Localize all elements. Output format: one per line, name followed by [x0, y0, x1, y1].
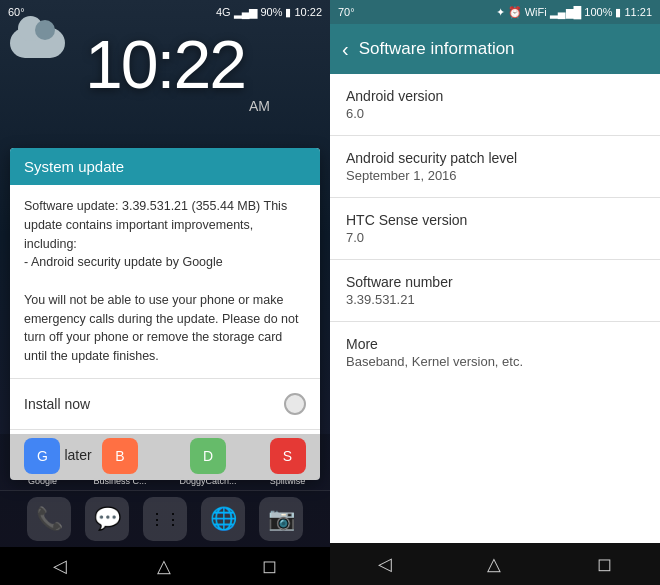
location-icon: ✦: [496, 6, 505, 19]
home-button-right[interactable]: △: [487, 553, 501, 575]
more-label: More: [346, 336, 644, 352]
title-bar-right: ‹ Software information: [330, 24, 660, 74]
back-button-right[interactable]: ◁: [378, 553, 392, 575]
doggy-label: DoggyCatch...: [179, 476, 236, 486]
android-version-value: 6.0: [346, 106, 644, 121]
time-right: 11:21: [624, 6, 652, 18]
shortcut-business[interactable]: B Business C...: [93, 438, 146, 486]
alarm-icon: ⏰: [508, 6, 522, 19]
right-panel: 70° ✦ ⏰ WiFi ▂▄▆█ 100% ▮ 11:21 ‹ Softwar…: [330, 0, 660, 585]
status-left: 60°: [8, 6, 25, 18]
software-info-content: Android version 6.0 Android security pat…: [330, 74, 660, 543]
security-patch-value: September 1, 2016: [346, 168, 644, 183]
dock-apps[interactable]: ⋮⋮: [143, 497, 187, 541]
dock-camera[interactable]: 📷: [259, 497, 303, 541]
htc-sense-value: 7.0: [346, 230, 644, 245]
dock-row: 📞 💬 ⋮⋮ 🌐 📷: [0, 490, 330, 547]
software-number-value: 3.39.531.21: [346, 292, 644, 307]
recents-button-right[interactable]: ◻: [597, 553, 612, 575]
time-left: 10:22: [294, 6, 322, 18]
shortcut-splitwise[interactable]: S Splitwise: [270, 438, 306, 486]
nav-bar-right: ◁ △ ◻: [330, 543, 660, 585]
google-label: Google: [24, 476, 60, 486]
system-update-dialog: System update Software update: 3.39.531.…: [10, 148, 320, 480]
dock-chrome[interactable]: 🌐: [201, 497, 245, 541]
apps-icon: ⋮⋮: [149, 510, 181, 529]
google-icon: G: [24, 438, 60, 474]
battery-right: 100%: [584, 6, 612, 18]
install-now-label: Install now: [24, 396, 90, 412]
status-icons-right: ✦ ⏰ WiFi ▂▄▆█ 100% ▮ 11:21: [496, 6, 652, 19]
wifi-icon: WiFi: [525, 6, 547, 18]
dialog-body-text: Software update: 3.39.531.21 (355.44 MB)…: [24, 199, 298, 363]
page-title: Software information: [359, 39, 515, 59]
android-version-label: Android version: [346, 88, 644, 104]
home-button-left[interactable]: △: [157, 555, 171, 577]
security-patch-section: Android security patch level September 1…: [330, 136, 660, 198]
battery-pct-left: 90%: [260, 6, 282, 18]
message-icon: 💬: [94, 506, 121, 532]
install-now-radio[interactable]: [284, 393, 306, 415]
back-arrow-right[interactable]: ‹: [342, 38, 349, 61]
battery-bar-right: ▮: [615, 6, 621, 19]
temperature-right: 70°: [338, 6, 355, 18]
htc-sense-label: HTC Sense version: [346, 212, 644, 228]
dialog-body: Software update: 3.39.531.21 (355.44 MB)…: [10, 185, 320, 379]
more-value: Baseband, Kernel version, etc.: [346, 354, 644, 369]
back-button-left[interactable]: ◁: [53, 555, 67, 577]
htc-sense-section: HTC Sense version 7.0: [330, 198, 660, 260]
software-number-section: Software number 3.39.531.21: [330, 260, 660, 322]
more-section[interactable]: More Baseband, Kernel version, etc.: [330, 322, 660, 383]
left-panel: 60° 4G ▂▄▆ 90% ▮ 10:22 10:22 AM System u…: [0, 0, 330, 585]
bottom-area-left: G Google B Business C... D DoggyCatch...…: [0, 434, 330, 585]
camera-icon: 📷: [268, 506, 295, 532]
splitwise-icon: S: [270, 438, 306, 474]
chrome-icon: 🌐: [210, 506, 237, 532]
splitwise-label: Splitwise: [270, 476, 306, 486]
battery-icon-left: ▮: [285, 6, 291, 19]
business-icon: B: [102, 438, 138, 474]
status-right: 4G ▂▄▆ 90% ▮ 10:22: [216, 6, 322, 19]
dialog-header: System update: [10, 148, 320, 185]
nav-bar-left: ◁ △ ◻: [0, 547, 330, 585]
shortcut-doggy[interactable]: D DoggyCatch...: [179, 438, 236, 486]
app-shortcuts: G Google B Business C... D DoggyCatch...…: [0, 434, 330, 490]
phone-icon: 📞: [36, 506, 63, 532]
clock-time: 10:22: [0, 30, 330, 98]
signal-icon: ▂▄▆: [234, 6, 258, 19]
shortcut-google[interactable]: G Google: [24, 438, 60, 486]
network-type: 4G: [216, 6, 231, 18]
install-now-option[interactable]: Install now: [10, 379, 320, 430]
recents-button-left[interactable]: ◻: [262, 555, 277, 577]
dock-phone[interactable]: 📞: [27, 497, 71, 541]
status-bar-left: 60° 4G ▂▄▆ 90% ▮ 10:22: [0, 0, 330, 24]
software-number-label: Software number: [346, 274, 644, 290]
status-bar-right: 70° ✦ ⏰ WiFi ▂▄▆█ 100% ▮ 11:21: [330, 0, 660, 24]
signal-icon-right: ▂▄▆█: [550, 6, 582, 19]
security-patch-label: Android security patch level: [346, 150, 644, 166]
clock-display: 10:22 AM: [0, 30, 330, 114]
doggy-icon: D: [190, 438, 226, 474]
business-label: Business C...: [93, 476, 146, 486]
temperature-left: 60°: [8, 6, 25, 18]
dock-messages[interactable]: 💬: [85, 497, 129, 541]
android-version-section: Android version 6.0: [330, 74, 660, 136]
